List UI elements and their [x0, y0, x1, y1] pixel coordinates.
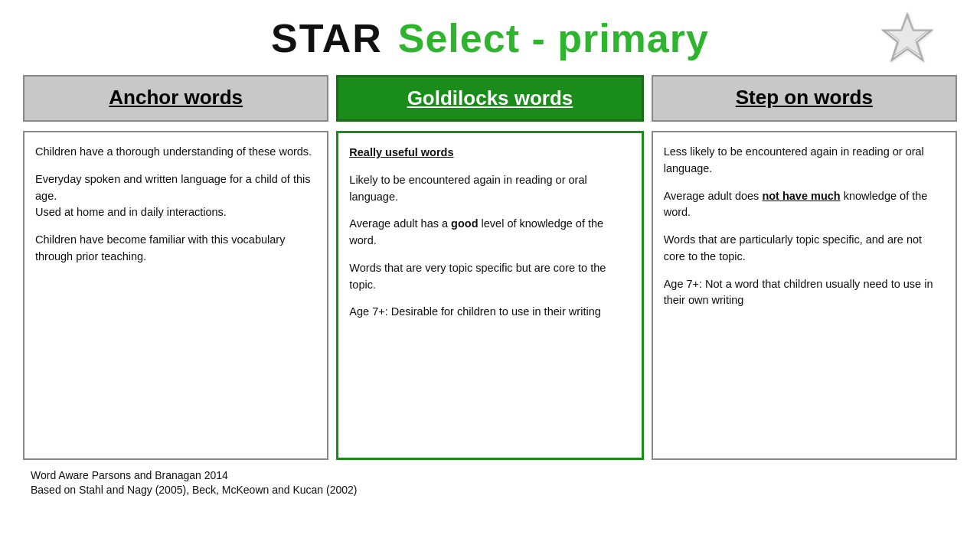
footer-line1: Word Aware Parsons and Branagan 2014 [31, 469, 957, 481]
stepon-text-1: Less likely to be encountered again in r… [664, 144, 945, 178]
anchor-text-2: Everyday spoken and written language for… [35, 171, 316, 221]
stepon-text-2: Average adult does not have much knowled… [664, 188, 945, 222]
page-title-star: STAR [271, 15, 383, 61]
stepon-text-4: Age 7+: Not a word that children usually… [664, 276, 945, 310]
page-title-subtitle: Select - primary [398, 15, 709, 61]
column-headers: Anchor words Goldilocks words Step on wo… [23, 75, 957, 122]
goldilocks-text-3: Words that are very topic specific but a… [349, 260, 630, 294]
anchor-text-1: Children have a thorough understanding o… [35, 144, 316, 161]
stepon-header-label: Step on words [736, 86, 873, 109]
goldilocks-title: Really useful words [349, 145, 630, 161]
column-bodies: Children have a thorough understanding o… [23, 131, 957, 460]
goldilocks-text-1: Likely to be encountered again in readin… [349, 172, 630, 206]
goldilocks-header: Goldilocks words [336, 75, 643, 122]
header: STAR Select - primary [23, 15, 957, 61]
goldilocks-header-label: Goldilocks words [407, 86, 573, 109]
goldilocks-body: Really useful words Likely to be encount… [336, 131, 643, 460]
anchor-text-3: Children have become familiar with this … [35, 232, 316, 266]
star-icon [880, 11, 934, 65]
stepon-header: Step on words [652, 75, 957, 122]
footer-line2: Based on Stahl and Nagy (2005), Beck, Mc… [31, 484, 957, 496]
footer: Word Aware Parsons and Branagan 2014 Bas… [23, 469, 957, 496]
stepon-body: Less likely to be encountered again in r… [652, 131, 957, 460]
anchor-body: Children have a thorough understanding o… [23, 131, 328, 460]
stepon-text-3: Words that are particularly topic specif… [664, 232, 945, 266]
goldilocks-text-4: Age 7+: Desirable for children to use in… [349, 304, 630, 321]
anchor-header: Anchor words [23, 75, 328, 122]
page: STAR Select - primary Anchor words Goldi… [0, 0, 980, 551]
goldilocks-text-2: Average adult has a good level of knowle… [349, 216, 630, 249]
anchor-header-label: Anchor words [109, 86, 243, 109]
